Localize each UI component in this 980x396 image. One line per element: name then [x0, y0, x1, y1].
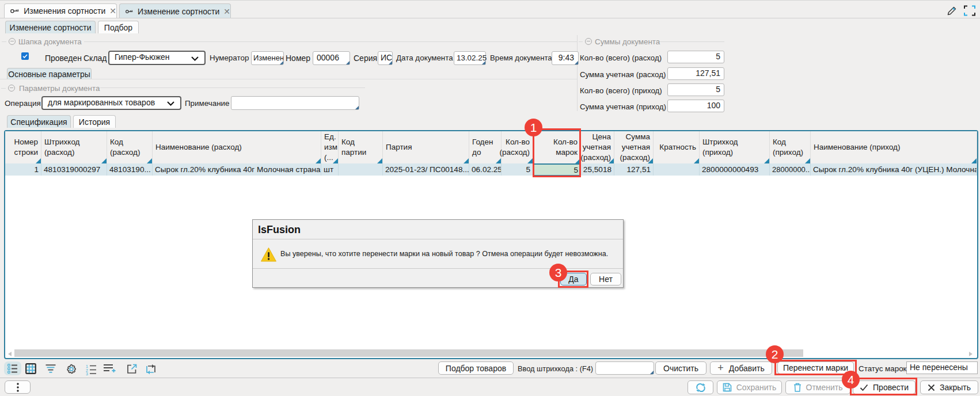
svg-text:3: 3 [86, 372, 88, 375]
svg-text:1: 1 [86, 364, 88, 368]
